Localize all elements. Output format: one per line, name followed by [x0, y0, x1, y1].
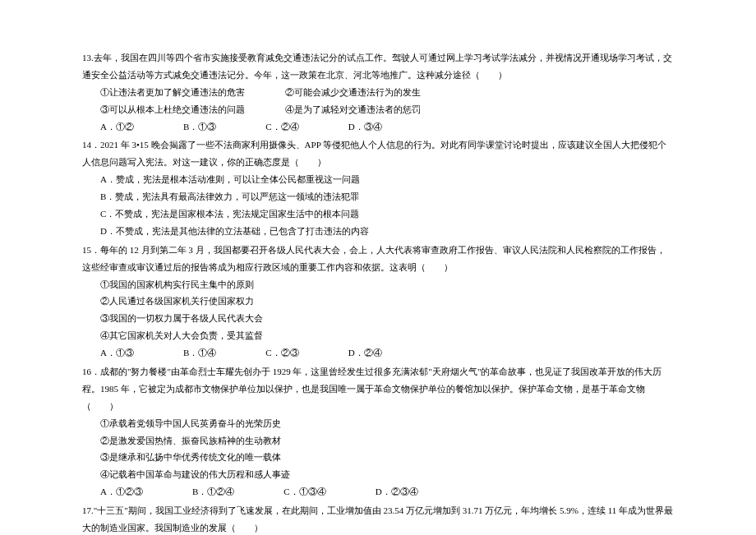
option-b: B．①④	[183, 344, 216, 362]
question-15: 15．每年的 12 月到第二年 3 月，我国都要召开各级人民代表大会，会上，人大…	[82, 242, 674, 362]
option-c: C．②④	[265, 118, 298, 136]
option-c: C．①③④	[284, 483, 325, 500]
sub-item: ②是激发爱国热情、振奋民族精神的生动教材	[82, 432, 674, 450]
sub-items-row: ③可以从根本上杜绝交通违法的问题 ④是为了减轻对交通违法者的惩罚	[82, 101, 674, 118]
option-a: A．①②	[100, 118, 134, 136]
option-b: B．①③	[183, 118, 216, 136]
sub-item: ②人民通过各级国家机关行使国家权力	[82, 293, 674, 310]
sub-item: ④记载着中国革命与建设的伟大历程和感人事迹	[82, 466, 674, 483]
option-b: B．赞成，宪法具有最高法律效力，可以严惩这一领域的违法犯罪	[82, 188, 674, 205]
question-17: 17."十三五"期间，我国工业经济得到了飞速发展，在此期间，工业增加值由 23.…	[82, 502, 674, 535]
option-d: D．③④	[348, 118, 382, 136]
question-16: 16．成都的"努力餐楼"由革命烈士车耀先创办于 1929 年，这里曾经发生过很多…	[82, 363, 674, 500]
question-stem: 15．每年的 12 月到第二年 3 月，我国都要召开各级人民代表大会，会上，人大…	[82, 242, 674, 276]
question-13: 13.去年，我国在四川等四个省市实施接受教育减免交通违法记分的试点工作。驾驶人可…	[82, 49, 674, 135]
sub-item: ①让违法者更加了解交通违法的危害	[100, 84, 285, 101]
option-d: D．不赞成，宪法是其他法律的立法基础，已包含了打击违法的内容	[82, 223, 674, 240]
sub-item: ③我国的一切权力属于各级人民代表大会	[82, 310, 674, 327]
sub-items-row: ①让违法者更加了解交通违法的危害 ②可能会减少交通违法行为的发生	[82, 84, 674, 101]
option-d: D．②③④	[376, 483, 418, 500]
sub-item: ④其它国家机关对人大会负责，受其监督	[82, 327, 674, 344]
question-stem: 16．成都的"努力餐楼"由革命烈士车耀先创办于 1929 年，这里曾经发生过很多…	[82, 363, 674, 415]
sub-item: ①承载着党领导中国人民英勇奋斗的光荣历史	[82, 415, 674, 432]
option-a: A．赞成，宪法是根本活动准则，可以让全体公民都重视这一问题	[82, 171, 674, 188]
sub-item: ①我国的国家机构实行民主集中的原则	[82, 276, 674, 293]
sub-item: ②可能会减少交通违法行为的发生	[285, 84, 674, 101]
question-stem: 13.去年，我国在四川等四个省市实施接受教育减免交通违法记分的试点工作。驾驶人可…	[82, 49, 674, 84]
options-row: A．①③ B．①④ C．②③ D．②④	[82, 344, 674, 362]
option-d: D．②④	[348, 344, 382, 362]
sub-item: ③是继承和弘扬中华优秀传统文化的唯一载体	[82, 449, 674, 466]
option-b: B．①②④	[192, 483, 234, 500]
option-c: C．②③	[265, 344, 298, 362]
question-14: 14．2021 年 3•15 晚会揭露了一些不法商家利用摄像头、APP 等侵犯他…	[82, 136, 674, 239]
option-c: C．不赞成，宪法是国家根本法，宪法规定国家生活中的根本问题	[82, 205, 674, 223]
question-stem: 17."十三五"期间，我国工业经济得到了飞速发展，在此期间，工业增加值由 23.…	[82, 502, 674, 535]
sub-item: ④是为了减轻对交通违法者的惩罚	[285, 101, 674, 118]
option-a: A．①②③	[100, 483, 143, 500]
options-row: A．①②③ B．①②④ C．①③④ D．②③④	[82, 483, 674, 500]
options-row: A．①② B．①③ C．②④ D．③④	[82, 118, 674, 136]
option-a: A．①③	[100, 344, 134, 362]
question-stem: 14．2021 年 3•15 晚会揭露了一些不法商家利用摄像头、APP 等侵犯他…	[82, 136, 674, 171]
sub-item: ③可以从根本上杜绝交通违法的问题	[100, 101, 285, 118]
